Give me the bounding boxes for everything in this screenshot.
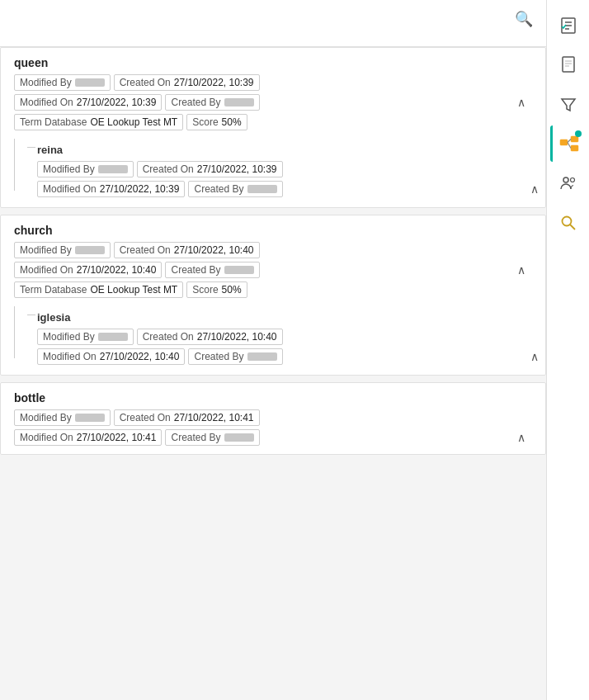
blurred-value [98,165,128,173]
fields-row: Modified On27/10/2022, 10:39Created By [37,181,545,197]
field-label: Modified On [43,183,97,195]
field-label: Modified On [20,97,73,108]
fields-row: Modified On27/10/2022, 10:39Created By [14,94,532,111]
svg-rect-11 [571,145,578,151]
term-group-header: bottleModified ByCreated On27/10/2022, 1… [1,383,545,454]
field-badge: Created By [188,348,282,365]
sidebar [546,0,589,700]
sub-term-line: iglesiaModified ByCreated On27/10/2022, … [27,306,545,365]
field-value: OE Lookup Test MT [90,284,177,296]
blurred-value [247,352,277,361]
field-badge: Created On27/10/2022, 10:39 [114,74,260,91]
field-label: Modified On [20,432,73,443]
main-content: 🔍 queenModified ByCreated On27/10/2022, … [0,0,546,700]
field-badge: Term DatabaseOE Lookup Test MT [14,281,183,298]
sub-term-name: reina [37,139,545,156]
field-badge: Modified On27/10/2022, 10:40 [14,262,162,278]
blurred-value [224,266,254,274]
blurred-value [75,246,105,254]
collapse-button[interactable]: ∧ [527,179,542,199]
field-value: 27/10/2022, 10:39 [77,97,157,108]
field-label: Created By [171,264,220,276]
field-badge: Score50% [186,281,247,298]
svg-line-13 [568,143,571,149]
blurred-value [75,78,105,87]
fields-row: Modified On27/10/2022, 10:41Created By [14,429,532,446]
field-value: 50% [222,284,242,296]
field-badge: Modified On27/10/2022, 10:39 [37,181,185,197]
field-value: 27/10/2022, 10:41 [77,432,157,443]
svg-marker-8 [562,99,575,111]
field-value: 27/10/2022, 10:39 [197,163,277,175]
row2-wrapper: Modified On27/10/2022, 10:40Created By∧ [37,348,545,365]
field-label: Term Database [20,284,87,296]
field-value: 27/10/2022, 10:40 [100,351,180,362]
field-value: OE Lookup Test MT [90,116,177,128]
row2-wrapper: Modified On27/10/2022, 10:40Created By∧ [14,262,532,278]
blurred-value [224,433,254,442]
field-label: Score [192,116,218,128]
collapse-button[interactable]: ∧ [514,92,529,112]
scroll-area[interactable]: queenModified ByCreated On27/10/2022, 10… [0,47,546,700]
field-badge: Modified On27/10/2022, 10:41 [14,429,162,446]
blurred-value [75,414,105,422]
field-badge: Created By [188,181,282,197]
collapse-button[interactable]: ∧ [514,260,529,280]
blurred-value [98,333,128,341]
term-name: bottle [14,391,532,404]
search-icon[interactable]: 🔍 [515,10,533,28]
term-name: queen [14,56,532,69]
field-badge: Created On27/10/2022, 10:39 [137,161,283,177]
svg-point-15 [570,178,574,182]
term-group: queenModified ByCreated On27/10/2022, 10… [0,47,546,208]
sub-term-container: iglesiaModified ByCreated On27/10/2022, … [1,306,545,375]
field-badge: Created On27/10/2022, 10:41 [114,409,260,426]
sub-term-container: reinaModified ByCreated On27/10/2022, 10… [1,139,545,207]
collapse-button[interactable]: ∧ [514,428,529,447]
field-value: 27/10/2022, 10:41 [174,412,254,423]
field-badge: Modified On27/10/2022, 10:39 [14,94,162,111]
fields-row: Modified ByCreated On27/10/2022, 10:41 [14,409,532,426]
collapse-button[interactable]: ∧ [527,347,542,367]
field-badge: Modified By [37,329,134,345]
field-label: Modified By [20,77,72,88]
svg-line-12 [568,140,571,143]
field-label: Modified By [43,163,95,175]
field-label: Modified By [20,412,72,423]
section-label [0,35,546,47]
search-button[interactable] [550,205,587,241]
field-badge: Modified By [37,161,134,177]
document-button[interactable] [550,46,587,83]
people-button[interactable] [550,165,587,201]
svg-rect-9 [560,140,568,145]
field-badge: Modified By [14,242,111,258]
field-badge: Created On27/10/2022, 10:40 [137,329,283,345]
row2-wrapper: Modified On27/10/2022, 10:41Created By∧ [14,429,532,446]
term-group-header: queenModified ByCreated On27/10/2022, 10… [1,48,545,139]
field-label: Created On [120,412,171,423]
field-value: 27/10/2022, 10:39 [174,77,254,88]
field-label: Score [192,284,218,296]
field-label: Modified On [43,351,97,362]
field-value: 27/10/2022, 10:40 [174,244,254,256]
field-badge: Term DatabaseOE Lookup Test MT [14,114,183,130]
field-value: 27/10/2022, 10:40 [77,264,157,276]
filter-button[interactable] [550,86,587,122]
field-label: Term Database [20,116,87,128]
svg-rect-4 [563,57,574,72]
svg-line-17 [570,225,575,229]
fields-row: Modified ByCreated On27/10/2022, 10:39 [14,74,532,91]
field-label: Created On [143,163,194,175]
connection-button[interactable] [550,125,587,162]
svg-point-14 [563,177,568,182]
svg-point-16 [562,217,571,226]
field-label: Created By [171,97,220,108]
field-label: Modified By [20,244,72,256]
field-label: Created On [120,77,171,88]
field-badge: Modified By [14,74,111,91]
term-group: churchModified ByCreated On27/10/2022, 1… [0,215,546,376]
field-label: Created By [194,183,243,195]
field-label: Created On [120,244,171,256]
checklist-button[interactable] [550,7,587,43]
fields-row: Modified ByCreated On27/10/2022, 10:39 [37,161,545,177]
